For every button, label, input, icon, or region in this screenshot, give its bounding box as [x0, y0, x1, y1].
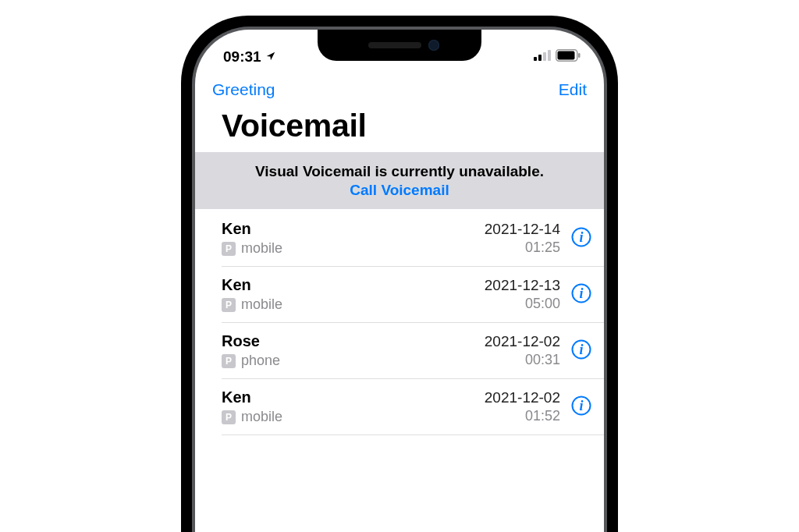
label-line: P mobile — [222, 296, 282, 313]
location-arrow-icon — [265, 48, 276, 66]
phone-label: phone — [241, 353, 280, 369]
status-left: 09:31 — [223, 48, 276, 66]
phone-inner-ring: 09:31 — [192, 27, 607, 532]
battery-icon — [556, 49, 581, 65]
date-stack: 2021-12-13 05:00 — [485, 277, 560, 312]
phone-label: mobile — [241, 240, 282, 257]
list-item-left: Ken P mobile — [222, 276, 282, 313]
phone-screen: 09:31 — [195, 30, 604, 532]
list-item[interactable]: Ken P mobile 2021-12-02 01:52 — [222, 379, 604, 435]
list-item[interactable]: Rose P phone 2021-12-02 00:31 — [222, 323, 604, 379]
edit-button[interactable]: Edit — [559, 80, 587, 99]
status-time: 09:31 — [223, 48, 261, 66]
page-title: Voicemail — [195, 103, 604, 152]
phone-label: mobile — [241, 409, 282, 425]
svg-text:i: i — [579, 229, 583, 245]
list-item-left: Rose P phone — [222, 332, 280, 369]
info-icon[interactable]: i — [571, 339, 591, 363]
phone-frame: 09:31 — [181, 16, 618, 532]
list-item-right: 2021-12-02 01:52 i — [485, 389, 591, 424]
notch — [318, 30, 481, 61]
list-item-right: 2021-12-14 01:25 i — [485, 221, 591, 256]
svg-text:i: i — [579, 286, 583, 301]
date-stack: 2021-12-02 00:31 — [485, 333, 560, 368]
list-item-left: Ken P mobile — [222, 220, 282, 257]
voicemail-date: 2021-12-02 — [485, 333, 560, 350]
list-item-right: 2021-12-02 00:31 i — [485, 333, 591, 368]
phone-body: 09:31 — [181, 16, 618, 532]
caller-name: Rose — [222, 332, 280, 350]
svg-rect-3 — [548, 50, 551, 61]
phone-label: mobile — [241, 296, 282, 313]
voicemail-duration: 01:52 — [525, 408, 560, 424]
svg-rect-5 — [558, 51, 575, 59]
svg-rect-2 — [543, 52, 546, 61]
info-icon[interactable]: i — [571, 227, 591, 250]
p-badge-icon: P — [222, 298, 236, 312]
voicemail-date: 2021-12-13 — [485, 277, 560, 294]
voicemail-unavailable-banner: Visual Voicemail is currently unavailabl… — [195, 152, 604, 209]
earpiece-speaker — [368, 42, 421, 48]
front-camera — [428, 40, 439, 51]
banner-message: Visual Voicemail is currently unavailabl… — [203, 163, 596, 180]
label-line: P mobile — [222, 240, 282, 257]
label-line: P mobile — [222, 409, 282, 425]
voicemail-list: Ken P mobile 2021-12-14 01:25 — [195, 209, 604, 435]
date-stack: 2021-12-14 01:25 — [485, 221, 560, 256]
list-item[interactable]: Ken P mobile 2021-12-14 01:25 — [222, 209, 604, 267]
call-voicemail-button[interactable]: Call Voicemail — [203, 182, 596, 199]
list-item-right: 2021-12-13 05:00 i — [485, 277, 591, 312]
svg-rect-0 — [534, 57, 537, 61]
voicemail-date: 2021-12-02 — [485, 389, 560, 406]
svg-rect-6 — [578, 53, 581, 58]
p-badge-icon: P — [222, 354, 236, 368]
nav-bar: Greeting Edit — [195, 72, 604, 103]
voicemail-duration: 00:31 — [525, 352, 560, 368]
voicemail-duration: 05:00 — [525, 296, 560, 312]
info-icon[interactable]: i — [571, 395, 591, 419]
status-right — [534, 49, 581, 65]
list-item[interactable]: Ken P mobile 2021-12-13 05:00 — [222, 267, 604, 323]
list-item-left: Ken P mobile — [222, 388, 282, 425]
caller-name: Ken — [222, 276, 282, 294]
caller-name: Ken — [222, 220, 282, 238]
date-stack: 2021-12-02 01:52 — [485, 389, 560, 424]
svg-text:i: i — [579, 342, 583, 357]
cellular-signal-icon — [534, 50, 551, 64]
p-badge-icon: P — [222, 410, 236, 424]
greeting-button[interactable]: Greeting — [212, 80, 275, 99]
caller-name: Ken — [222, 388, 282, 406]
svg-text:i: i — [579, 398, 583, 413]
svg-rect-1 — [538, 55, 542, 61]
voicemail-date: 2021-12-14 — [485, 221, 560, 238]
label-line: P phone — [222, 353, 280, 369]
voicemail-duration: 01:25 — [525, 239, 560, 256]
p-badge-icon: P — [222, 242, 236, 256]
info-icon[interactable]: i — [571, 283, 591, 307]
